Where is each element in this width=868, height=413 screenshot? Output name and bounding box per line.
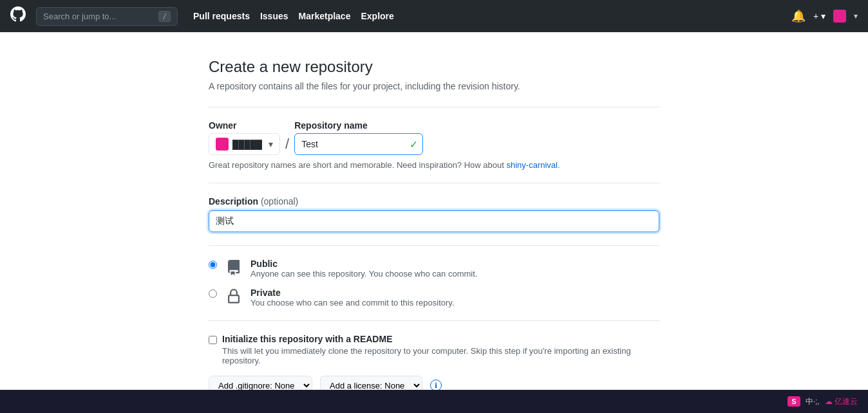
divider-description (209, 183, 659, 183)
owner-label: Owner (209, 120, 280, 131)
nav-marketplace[interactable]: Marketplace (299, 11, 351, 21)
page-subtitle: A repository contains all the files for … (209, 81, 659, 91)
initialize-desc: This will let you immediately clone the … (222, 346, 659, 365)
nav-links: Pull requests Issues Marketplace Explore (193, 11, 394, 21)
search-text: Search or jump to... (43, 12, 116, 21)
notifications-icon[interactable]: 🔔 (791, 9, 806, 23)
repo-name-label: Repository name (294, 120, 423, 131)
search-bar[interactable]: Search or jump to... / (36, 7, 178, 26)
private-content: Private You choose who can see and commi… (250, 288, 455, 307)
description-label-wrap: Description (optional) (209, 196, 659, 206)
suggestion-link[interactable]: shiny-carnival (506, 160, 557, 170)
initialize-title: Initialize this repository with a README (222, 334, 659, 344)
divider-visibility (209, 245, 659, 246)
owner-repo-row: Owner █████ ▾ / Repository name ✓ (209, 120, 659, 155)
avatar-dropdown[interactable]: ▾ (854, 12, 858, 21)
owner-field-group: Owner █████ ▾ (209, 120, 280, 155)
initialize-checkbox[interactable] (209, 336, 217, 344)
form-container: Create a new repository A repository con… (196, 58, 672, 413)
user-avatar[interactable] (833, 10, 846, 23)
divider-initialize (209, 320, 659, 321)
visibility-section: Public Anyone can see this repository. Y… (209, 259, 659, 307)
description-optional: (optional) (261, 196, 298, 206)
slash-separator: / (285, 136, 289, 155)
initialize-content: Initialize this repository with a README… (222, 334, 659, 365)
navbar: Search or jump to... / Pull requests Iss… (0, 0, 868, 32)
nav-explore[interactable]: Explore (361, 11, 393, 21)
bottom-text-2: ☁ 亿速云 (825, 396, 858, 407)
initialize-section: Initialize this repository with a README… (209, 334, 659, 395)
repo-name-field-group: Repository name ✓ (294, 120, 423, 155)
divider-top (209, 107, 659, 107)
owner-name: █████ (232, 140, 262, 149)
public-icon (223, 257, 244, 278)
owner-dropdown-icon: ▾ (269, 139, 273, 149)
private-desc: You choose who can see and commit to thi… (250, 298, 455, 307)
github-logo[interactable] (10, 6, 26, 26)
repo-name-input-wrap: ✓ (294, 133, 423, 155)
private-radio[interactable] (209, 289, 217, 298)
main-content: Create a new repository A repository con… (0, 32, 868, 413)
new-menu-icon[interactable]: + ▾ (813, 11, 826, 21)
private-title: Private (250, 288, 455, 298)
private-option: Private You choose who can see and commi… (209, 288, 659, 307)
repo-name-valid-icon: ✓ (410, 138, 418, 151)
description-input[interactable] (209, 210, 659, 232)
bottom-bar: S 中·;, ☁ 亿速云 (0, 390, 868, 413)
owner-avatar-icon (216, 138, 229, 151)
initialize-option: Initialize this repository with a README… (209, 334, 659, 365)
repo-name-input[interactable] (294, 133, 423, 155)
description-section: Description (optional) (209, 196, 659, 232)
public-content: Public Anyone can see this repository. Y… (250, 259, 477, 279)
public-title: Public (250, 259, 477, 269)
public-desc: Anyone can see this repository. You choo… (250, 269, 477, 279)
nav-pull-requests[interactable]: Pull requests (193, 11, 250, 21)
sogou-badge: S (788, 396, 800, 407)
page-title: Create a new repository (209, 58, 659, 76)
bottom-text-1: 中·;, (806, 396, 820, 407)
search-shortcut: / (158, 11, 171, 22)
suggestion-text: Great repository names are short and mem… (209, 160, 659, 170)
public-option: Public Anyone can see this repository. Y… (209, 259, 659, 279)
nav-issues[interactable]: Issues (260, 11, 288, 21)
navbar-right: 🔔 + ▾ ▾ (791, 9, 858, 23)
owner-selector[interactable]: █████ ▾ (209, 133, 280, 155)
public-radio[interactable] (209, 261, 217, 269)
private-icon (223, 286, 244, 307)
